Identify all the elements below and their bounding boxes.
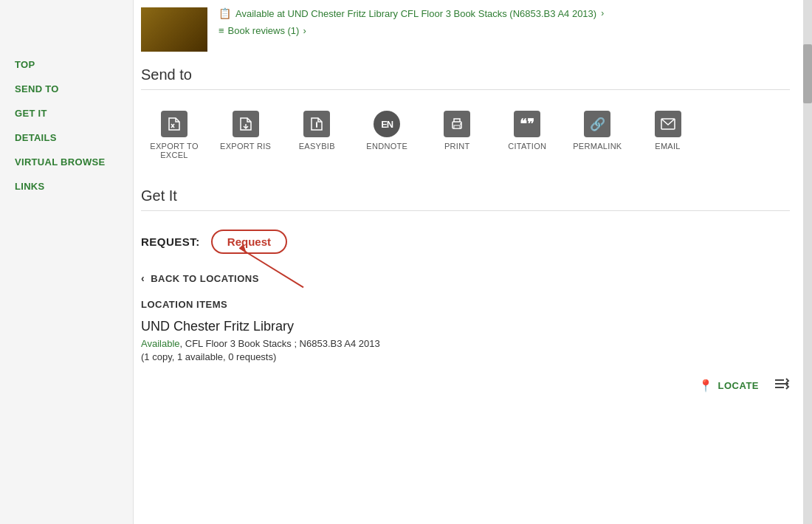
back-chevron-icon: ‹	[141, 272, 145, 284]
book-thumbnail	[141, 7, 207, 52]
sidebar-item-details[interactable]: DETAILS	[15, 132, 118, 143]
endnote-button[interactable]: EN ENDNOTE	[354, 105, 420, 165]
export-excel-icon	[161, 111, 187, 137]
sidebar-item-links[interactable]: LINKS	[15, 181, 118, 192]
send-to-title: Send to	[141, 66, 790, 90]
get-it-section: Get It REQUEST: Request ‹ BACK TO LOC	[141, 187, 790, 401]
availability-text: Available at UND Chester Fritz Library C…	[235, 8, 596, 19]
endnote-label: ENDNOTE	[366, 142, 407, 151]
send-to-section: Send to EXPORT TOEXCEL	[141, 66, 790, 165]
library-detail-text: , CFL Floor 3 Book Stacks ; N6853.B3 A4 …	[180, 338, 380, 349]
sidebar: TOP SEND TO GET IT DETAILS VIRTUAL BROWS…	[0, 0, 133, 524]
export-ris-label: EXPORT RIS	[220, 142, 271, 151]
print-icon	[444, 111, 470, 137]
locate-label: LOCATE	[718, 380, 759, 391]
citation-button[interactable]: ❝❞ CITATION	[494, 105, 560, 165]
locate-button[interactable]: 📍 LOCATE	[698, 379, 759, 393]
back-to-locations-label: BACK TO LOCATIONS	[151, 273, 259, 284]
sidebar-item-send-to[interactable]: SEND TO	[15, 83, 118, 94]
easybib-icon	[303, 111, 330, 137]
email-icon	[655, 111, 681, 137]
location-items-label: LOCATION ITEMS	[141, 299, 790, 310]
easybib-button[interactable]: EASYBIB	[283, 105, 350, 165]
export-excel-button[interactable]: EXPORT TOEXCEL	[141, 105, 207, 165]
export-ris-button[interactable]: EXPORT RIS	[211, 105, 280, 165]
availability-chevron: ›	[601, 8, 604, 18]
print-button[interactable]: PRINT	[424, 105, 490, 165]
library-name: UND Chester Fritz Library	[141, 319, 790, 334]
list-icon: ≡	[219, 25, 224, 36]
library-detail: Available, CFL Floor 3 Book Stacks ; N68…	[141, 338, 790, 349]
locate-pin-icon: 📍	[698, 379, 714, 393]
availability-link[interactable]: 📋 Available at UND Chester Fritz Library…	[219, 7, 604, 19]
citation-icon: ❝❞	[514, 111, 540, 137]
sort-icon[interactable]	[774, 377, 790, 394]
svg-point-3	[316, 122, 317, 123]
scrollbar[interactable]	[803, 0, 812, 524]
email-button[interactable]: EMAIL	[635, 105, 701, 165]
book-info: 📋 Available at UND Chester Fritz Library…	[219, 7, 604, 36]
get-it-title: Get It	[141, 187, 790, 211]
request-label: REQUEST:	[141, 235, 200, 248]
request-area: REQUEST: Request	[141, 226, 790, 258]
sidebar-item-get-it[interactable]: GET IT	[15, 108, 118, 119]
availability-status: Available	[141, 338, 180, 349]
back-to-locations-link[interactable]: ‹ BACK TO LOCATIONS	[141, 272, 790, 284]
main-content: 📋 Available at UND Chester Fritz Library…	[133, 0, 812, 524]
endnote-icon: EN	[374, 111, 400, 137]
bottom-bar: 📍 LOCATE	[141, 362, 790, 401]
print-label: PRINT	[444, 142, 470, 151]
library-sub-detail: (1 copy, 1 available, 0 requests)	[141, 351, 790, 362]
book-reviews-text: Book reviews (1)	[228, 25, 300, 36]
scrollbar-thumb[interactable]	[803, 44, 812, 103]
sidebar-item-top[interactable]: TOP	[15, 59, 118, 70]
citation-label: CITATION	[508, 142, 546, 151]
svg-point-6	[460, 123, 461, 125]
request-button[interactable]: Request	[211, 230, 287, 254]
email-label: EMAIL	[655, 142, 681, 151]
request-row: REQUEST: Request	[141, 226, 790, 258]
send-to-grid: EXPORT TOEXCEL EXPORT RIS	[141, 105, 790, 165]
permalink-icon: 🔗	[584, 111, 610, 137]
book-header: 📋 Available at UND Chester Fritz Library…	[141, 7, 790, 59]
sidebar-item-virtual-browse[interactable]: VIRTUAL BROWSE	[15, 156, 118, 168]
book-reviews-chevron: ›	[303, 25, 306, 36]
easybib-label: EASYBIB	[299, 142, 335, 151]
permalink-label: PERMALINK	[573, 142, 622, 151]
book-reviews-link[interactable]: ≡ Book reviews (1) ›	[219, 25, 604, 36]
svg-rect-5	[454, 125, 460, 128]
location-items-section: LOCATION ITEMS UND Chester Fritz Library…	[141, 299, 790, 362]
permalink-button[interactable]: 🔗 PERMALINK	[564, 105, 630, 165]
book-icon: 📋	[219, 7, 231, 19]
export-excel-label: EXPORT TOEXCEL	[150, 142, 198, 159]
export-ris-icon	[233, 111, 259, 137]
